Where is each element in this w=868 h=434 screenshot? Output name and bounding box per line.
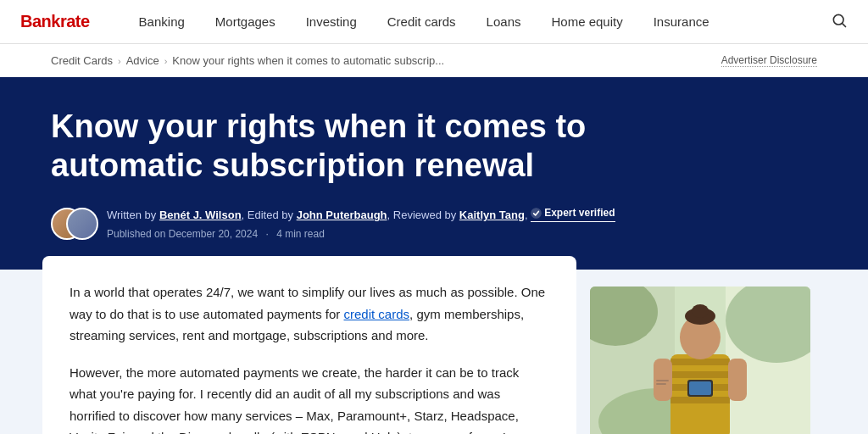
breadcrumb-sep-2: › [164, 56, 168, 66]
author-avatar-2 [66, 208, 98, 240]
nav-link-banking[interactable]: Banking [124, 0, 200, 44]
expert-badge[interactable]: Expert verified [531, 205, 615, 222]
article-title: Know your rights when it comes to automa… [51, 108, 644, 185]
search-button[interactable] [831, 12, 848, 31]
svg-line-1 [843, 24, 846, 27]
nav-link-loans[interactable]: Loans [471, 0, 537, 44]
site-logo[interactable]: Bankrate [20, 12, 90, 31]
sidebar: Drazen_/Getty Images Bankrate is always … [576, 270, 814, 434]
nav-link-insurance[interactable]: Insurance [638, 0, 725, 44]
nav-link-mortgages[interactable]: Mortgages [200, 0, 291, 44]
svg-rect-21 [656, 380, 669, 381]
credit-cards-link[interactable]: credit cards [344, 307, 410, 321]
nav-link-investing[interactable]: Investing [291, 0, 372, 44]
read-time: 4 min read [276, 228, 325, 240]
navigation: Bankrate Banking Mortgages Investing Cre… [0, 0, 868, 44]
publish-info: Published on December 20, 2024 · 4 min r… [107, 226, 615, 242]
published-label: Published on [107, 228, 165, 240]
breadcrumb-current: Know your rights when it comes to automa… [172, 54, 444, 67]
svg-rect-18 [689, 381, 711, 395]
published-date: December 20, 2024 [169, 228, 258, 240]
svg-rect-22 [656, 383, 666, 385]
author-block: Written by Benét J. Wilson, Edited by Jo… [51, 205, 817, 242]
sidebar-image [590, 287, 810, 434]
author-line: Written by Benét J. Wilson, Edited by Jo… [107, 205, 615, 225]
author-info: Written by Benét J. Wilson, Edited by Jo… [107, 205, 615, 242]
breadcrumb-advice[interactable]: Advice [126, 54, 159, 67]
edited-by-label: Edited by [248, 209, 293, 221]
main-article: In a world that operates 24/7, we want t… [42, 256, 576, 434]
verified-icon [531, 208, 542, 219]
written-by-label: Written by [107, 209, 156, 221]
svg-rect-10 [670, 359, 730, 365]
reviewed-by-label: Reviewed by [393, 209, 456, 221]
content-area: In a world that operates 24/7, we want t… [0, 270, 868, 434]
article-image [590, 287, 810, 434]
search-icon [831, 12, 848, 29]
advertiser-disclosure-link[interactable]: Advertiser Disclosure [721, 54, 817, 67]
article-paragraph-1: In a world that operates 24/7, we want t… [70, 281, 549, 347]
author-avatars [51, 208, 90, 240]
breadcrumb: Credit Cards › Advice › Know your rights… [51, 54, 444, 67]
nav-link-home-equity[interactable]: Home equity [536, 0, 637, 44]
article-body: In a world that operates 24/7, we want t… [70, 281, 549, 434]
svg-point-0 [833, 14, 843, 25]
hero-section: Know your rights when it comes to automa… [0, 77, 868, 270]
nav-links: Banking Mortgages Investing Credit cards… [124, 0, 831, 44]
article-paragraph-2: However, the more automated payments we … [70, 362, 549, 434]
reviewed-by-name[interactable]: Kaitlyn Tang [459, 209, 525, 221]
svg-point-2 [531, 209, 541, 218]
svg-rect-13 [670, 397, 730, 403]
svg-point-16 [692, 304, 709, 318]
breadcrumb-bar: Credit Cards › Advice › Know your rights… [0, 44, 868, 77]
breadcrumb-credit-cards[interactable]: Credit Cards [51, 54, 113, 67]
breadcrumb-sep-1: › [118, 56, 121, 66]
written-by-name[interactable]: Benét J. Wilson [159, 209, 242, 221]
edited-by-name[interactable]: John Puterbaugh [297, 209, 387, 221]
svg-rect-11 [670, 371, 730, 378]
svg-rect-20 [728, 359, 747, 401]
nav-link-credit-cards[interactable]: Credit cards [372, 0, 471, 44]
